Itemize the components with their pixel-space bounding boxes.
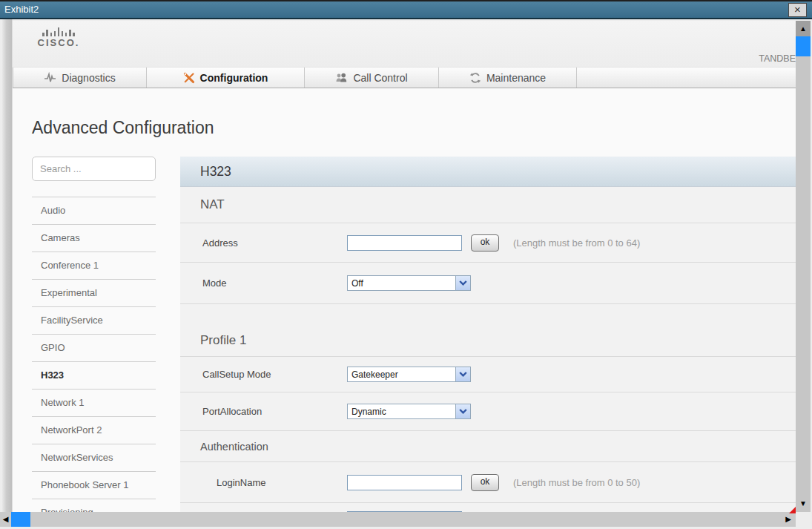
sidebar-item-h323[interactable]: H323 <box>32 361 156 389</box>
window-titlebar[interactable]: Exhibit2 × <box>0 0 812 19</box>
pulse-icon <box>44 72 56 84</box>
address-label: Address <box>180 237 347 249</box>
tools-icon <box>183 72 195 84</box>
address-input[interactable] <box>347 235 462 251</box>
tab-label: Call Control <box>353 72 407 84</box>
sidebar-item-network-1[interactable]: Network 1 <box>32 389 156 416</box>
close-icon[interactable]: × <box>788 3 807 17</box>
tab-label: Diagnostics <box>62 72 115 84</box>
scroll-up-icon[interactable]: ▲ <box>796 21 811 36</box>
scroll-down-icon[interactable]: ▼ <box>796 496 811 512</box>
loginname-input[interactable] <box>347 475 462 490</box>
horizontal-scrollbar[interactable]: ◀ ▶ <box>0 512 796 527</box>
sidebar-item-conference-1[interactable]: Conference 1 <box>32 252 156 279</box>
tab-maintenance[interactable]: Maintenance <box>439 68 577 88</box>
horizontal-scrollbar-thumb[interactable] <box>11 512 30 527</box>
chevron-down-icon <box>455 276 470 290</box>
settings-nav: Audio Cameras Conference 1 Experimental … <box>32 197 156 512</box>
tab-diagnostics[interactable]: Diagnostics <box>13 68 147 88</box>
settings-sidebar: Audio Cameras Conference 1 Experimental … <box>32 157 156 512</box>
tab-label: Configuration <box>200 72 268 84</box>
search-input[interactable] <box>32 157 156 181</box>
portallocation-label: PortAllocation <box>180 406 347 417</box>
vertical-scrollbar-thumb[interactable] <box>796 36 811 56</box>
sidebar-item-provisioning[interactable]: Provisioning <box>32 499 156 512</box>
portallocation-select[interactable]: Dynamic <box>347 404 471 419</box>
mode-select[interactable]: Off <box>347 275 471 291</box>
scroll-right-icon[interactable]: ▶ <box>781 512 796 527</box>
cisco-logo-text: CISCO. <box>33 37 85 48</box>
resize-marker <box>789 507 796 513</box>
address-length-note: (Length must be from 0 to 64) <box>513 237 640 249</box>
loginname-ok-button[interactable]: ok <box>471 474 499 491</box>
main-tabbar: Diagnostics Configuration <box>13 67 796 88</box>
field-row-address: Address ok (Length must be from 0 to 64) <box>180 223 796 263</box>
field-row-callsetup-mode: CallSetup Mode Gatekeeper <box>180 357 796 392</box>
chevron-down-icon <box>455 367 470 381</box>
sidebar-item-facilityservice[interactable]: FacilityService <box>32 306 156 334</box>
left-frame-strip <box>2 19 13 527</box>
sidebar-item-cameras[interactable]: Cameras <box>32 224 156 252</box>
field-row-loginname: LoginName ok (Length must be from 0 to 5… <box>180 462 796 503</box>
spacer-row <box>180 304 796 325</box>
exhibit-window: Exhibit2 × CISCO. TANDBE <box>0 0 812 529</box>
cisco-logo: CISCO. <box>33 26 85 48</box>
callsetup-mode-select[interactable]: Gatekeeper <box>347 367 471 382</box>
callsetup-mode-label: CallSetup Mode <box>180 369 347 380</box>
cisco-logo-bars <box>33 26 85 36</box>
content-area: Advanced Configuration Audio Cameras Con… <box>13 88 796 512</box>
field-row-portallocation: PortAllocation Dynamic <box>180 392 796 431</box>
mode-select-value: Off <box>348 276 455 290</box>
mode-label: Mode <box>180 277 347 289</box>
address-ok-button[interactable]: ok <box>471 234 499 252</box>
subsection-header-authentication: Authentication <box>180 431 796 462</box>
tab-label: Maintenance <box>486 72 546 84</box>
web-app-area: CISCO. TANDBE Diagnostics <box>13 21 796 512</box>
scroll-left-icon[interactable]: ◀ <box>0 512 11 527</box>
tab-configuration[interactable]: Configuration <box>147 68 305 88</box>
window-title: Exhibit2 <box>4 4 39 15</box>
vertical-scrollbar[interactable]: ▲ ▼ <box>796 21 811 512</box>
section-header-profile-1: Profile 1 <box>180 325 796 357</box>
refresh-icon <box>469 72 481 84</box>
page-title: Advanced Configuration <box>32 118 214 138</box>
device-name-label: TANDBE <box>759 53 796 64</box>
panel-title: H323 <box>180 157 796 187</box>
loginname-length-note: (Length must be from 0 to 50) <box>513 477 640 488</box>
section-header-nat: NAT <box>180 187 796 223</box>
people-icon <box>335 72 348 84</box>
field-row-mode: Mode Off <box>180 263 796 304</box>
sidebar-item-networkport-2[interactable]: NetworkPort 2 <box>32 416 156 444</box>
chevron-down-icon <box>455 404 470 418</box>
sidebar-item-networkservices[interactable]: NetworkServices <box>32 444 156 471</box>
h323-settings-panel: H323 NAT Address ok (Length must be from… <box>180 157 796 512</box>
tab-call-control[interactable]: Call Control <box>305 68 439 88</box>
portallocation-select-value: Dynamic <box>348 404 455 418</box>
callsetup-mode-select-value: Gatekeeper <box>348 367 455 381</box>
field-row-partial <box>180 503 796 512</box>
loginname-label: LoginName <box>180 477 347 488</box>
window-body: CISCO. TANDBE Diagnostics <box>0 19 812 529</box>
sidebar-item-audio[interactable]: Audio <box>32 197 156 224</box>
sidebar-item-phonebook-server-1[interactable]: Phonebook Server 1 <box>32 471 156 499</box>
sidebar-item-experimental[interactable]: Experimental <box>32 279 156 306</box>
app-header: CISCO. TANDBE <box>13 21 796 67</box>
sidebar-item-gpio[interactable]: GPIO <box>32 334 156 361</box>
